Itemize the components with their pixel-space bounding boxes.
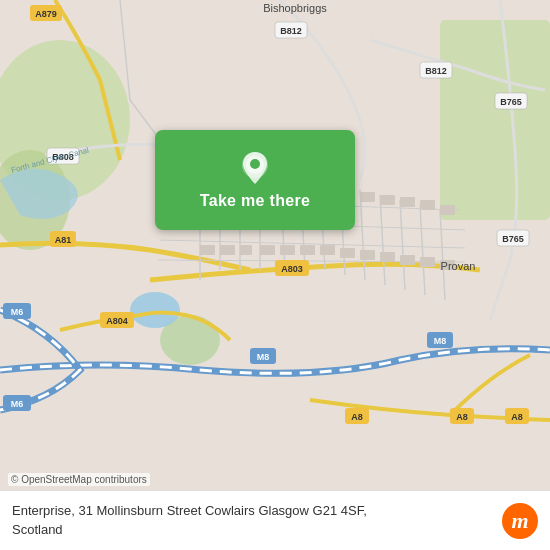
svg-rect-38 bbox=[400, 197, 415, 207]
svg-rect-42 bbox=[220, 245, 235, 255]
map-container: A879 B812 B812 B765 B765 B808 A81 A803 A… bbox=[0, 0, 550, 490]
svg-rect-50 bbox=[380, 252, 395, 262]
svg-text:A8: A8 bbox=[351, 412, 363, 422]
svg-rect-44 bbox=[260, 245, 275, 255]
svg-rect-40 bbox=[440, 205, 455, 215]
svg-rect-36 bbox=[360, 192, 375, 202]
svg-text:M8: M8 bbox=[434, 336, 447, 346]
svg-text:M8: M8 bbox=[257, 352, 270, 362]
svg-rect-43 bbox=[240, 245, 252, 255]
svg-rect-41 bbox=[200, 245, 215, 255]
moovit-icon: m bbox=[502, 503, 538, 539]
svg-text:M6: M6 bbox=[11, 307, 24, 317]
moovit-logo: m bbox=[502, 503, 538, 539]
svg-rect-52 bbox=[420, 257, 435, 267]
svg-text:A81: A81 bbox=[55, 235, 72, 245]
svg-rect-48 bbox=[340, 248, 355, 258]
footer: Enterprise, 31 Mollinsburn Street Cowlai… bbox=[0, 490, 550, 550]
location-pin-icon bbox=[237, 150, 273, 186]
svg-text:Bishopbriggs: Bishopbriggs bbox=[263, 2, 327, 14]
svg-text:M6: M6 bbox=[11, 399, 24, 409]
svg-text:A8: A8 bbox=[511, 412, 523, 422]
svg-rect-49 bbox=[360, 250, 375, 260]
svg-text:B812: B812 bbox=[280, 26, 302, 36]
svg-text:A879: A879 bbox=[35, 9, 57, 19]
svg-rect-3 bbox=[440, 20, 550, 220]
svg-text:B765: B765 bbox=[502, 234, 524, 244]
svg-rect-47 bbox=[320, 245, 335, 255]
svg-point-92 bbox=[250, 159, 260, 169]
take-me-there-button[interactable]: Take me there bbox=[155, 130, 355, 230]
address-text: Enterprise, 31 Mollinsburn Street Cowlai… bbox=[12, 502, 412, 538]
map-attribution: © OpenStreetMap contributors bbox=[8, 473, 150, 486]
svg-text:A804: A804 bbox=[106, 316, 128, 326]
svg-rect-37 bbox=[380, 195, 395, 205]
svg-text:A803: A803 bbox=[281, 264, 303, 274]
svg-text:B765: B765 bbox=[500, 97, 522, 107]
svg-rect-51 bbox=[400, 255, 415, 265]
button-label: Take me there bbox=[200, 192, 310, 210]
svg-text:Provan: Provan bbox=[441, 260, 476, 272]
svg-rect-46 bbox=[300, 245, 315, 255]
svg-text:B812: B812 bbox=[425, 66, 447, 76]
svg-rect-39 bbox=[420, 200, 435, 210]
svg-rect-45 bbox=[280, 245, 295, 255]
svg-text:A8: A8 bbox=[456, 412, 468, 422]
svg-point-5 bbox=[130, 292, 180, 328]
